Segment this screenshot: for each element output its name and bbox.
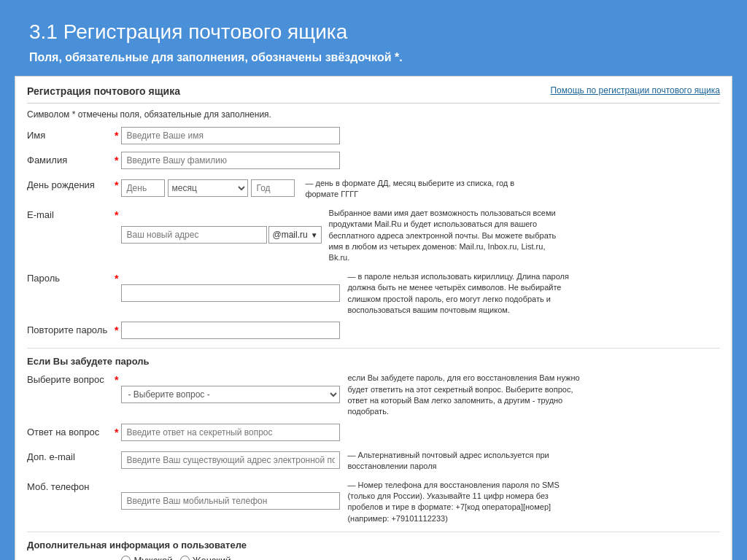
surname-input[interactable]	[121, 152, 340, 169]
form-note: Символом * отмечены поля, обязательные д…	[27, 109, 720, 120]
password-hint: — в пароле нельзя использовать кириллицу…	[347, 270, 581, 316]
registration-form: Регистрация почтового ящика Помощь по ре…	[15, 76, 732, 560]
password-label: Пароль	[27, 270, 115, 284]
email-row: E-mail * @mail.ru ▼ Выбранное вами имя д…	[27, 206, 720, 264]
alt-email-field: — Альтернативный почтовый адрес использу…	[121, 448, 720, 472]
password-input[interactable]	[121, 284, 340, 302]
surname-required-star: *	[115, 155, 118, 166]
password-repeat-input[interactable]	[121, 322, 340, 339]
dob-required-star: *	[115, 179, 118, 191]
alt-email-label: Доп. e-mail	[27, 448, 115, 462]
question-row: Выберите вопрос * - Выберите вопрос - ес…	[27, 371, 720, 418]
email-field: @mail.ru ▼ Выбранное вами имя дает возмо…	[121, 206, 720, 264]
section-divider-2	[27, 532, 720, 532]
name-required-star: *	[115, 130, 118, 141]
gender-female-label: Женский	[193, 555, 231, 560]
forgot-section-title: Если Вы забудете пароль	[27, 356, 720, 367]
password-required-star: *	[115, 273, 118, 284]
email-label: E-mail	[27, 206, 115, 220]
dob-day-input[interactable]	[121, 179, 165, 197]
dob-year-input[interactable]	[251, 179, 295, 197]
answer-row: Ответ на вопрос *	[27, 424, 720, 443]
name-label: Имя	[27, 127, 115, 141]
phone-hint: — Номер телефона для восстановления паро…	[347, 478, 581, 525]
answer-field	[121, 424, 720, 441]
alt-email-hint: — Альтернативный почтовый адрес использу…	[347, 448, 581, 472]
dob-hint: — день в формате ДД, месяц выберите из с…	[305, 176, 538, 201]
gender-row: Ваш пол * Мужской Женский	[27, 555, 720, 560]
phone-field: — Номер телефона для восстановления паро…	[121, 478, 720, 525]
additional-section-title: Дополнительная информация о пользователе	[27, 540, 720, 551]
alt-email-input[interactable]	[121, 451, 340, 469]
email-required-star: *	[115, 209, 118, 221]
question-field: - Выберите вопрос - если Вы забудете пар…	[121, 371, 720, 418]
gender-female-radio[interactable]	[180, 556, 190, 560]
password-row: Пароль * — в пароле нельзя использовать …	[27, 270, 720, 316]
gender-field: Мужской Женский	[121, 555, 720, 560]
surname-row: Фамилия *	[27, 152, 720, 171]
question-required-star: *	[115, 374, 118, 386]
help-link[interactable]: Помощь по регистрации почтового ящика	[550, 85, 720, 96]
section-divider-1	[27, 348, 720, 349]
password-repeat-field	[121, 322, 720, 339]
email-domain-select[interactable]: @mail.ru ▼	[268, 226, 321, 244]
dob-label: День рождения	[27, 176, 115, 190]
email-input[interactable]	[121, 226, 267, 244]
phone-row: Моб. телефон * — Номер телефона для восс…	[27, 478, 720, 525]
password-field: — в пароле нельзя использовать кириллицу…	[121, 270, 720, 316]
dob-row: День рождения * месяц ЯнварьФевральМарт …	[27, 176, 720, 201]
alt-email-row: Доп. e-mail * — Альтернативный почтовый …	[27, 448, 720, 472]
dob-field: месяц ЯнварьФевральМарт АпрельМайИюнь Ию…	[121, 176, 720, 201]
question-hint: если Вы забудете пароль, для его восстан…	[347, 371, 581, 418]
password-repeat-required-star: *	[115, 324, 118, 336]
dob-month-select[interactable]: месяц ЯнварьФевральМарт АпрельМайИюнь Ию…	[168, 179, 248, 197]
surname-field	[121, 152, 720, 169]
password-repeat-row: Повторите пароль *	[27, 322, 720, 341]
form-header: Регистрация почтового ящика Помощь по ре…	[27, 85, 720, 104]
dropdown-arrow-icon: ▼	[311, 231, 318, 239]
surname-label: Фамилия	[27, 152, 115, 166]
slide-title: 3.1 Регистрация почтового ящика	[29, 20, 718, 44]
answer-input[interactable]	[121, 424, 340, 441]
gender-male-label: Мужской	[133, 555, 172, 560]
password-repeat-label: Повторите пароль	[27, 322, 115, 335]
slide-subtitle: Поля, обязательные для заполнения, обозн…	[29, 51, 718, 64]
phone-input[interactable]	[121, 492, 340, 510]
email-hint: Выбранное вами имя дает возможность поль…	[329, 206, 562, 264]
gender-male-radio[interactable]	[121, 556, 131, 560]
question-label: Выберите вопрос	[27, 371, 115, 385]
email-domain-text: @mail.ru	[272, 230, 307, 240]
answer-label: Ответ на вопрос	[27, 424, 115, 438]
form-title: Регистрация почтового ящика	[27, 85, 180, 97]
gender-female-option[interactable]: Женский	[180, 555, 231, 560]
name-input[interactable]	[121, 127, 340, 144]
question-select[interactable]: - Выберите вопрос -	[121, 386, 340, 403]
phone-label: Моб. телефон	[27, 478, 115, 492]
gender-label: Ваш пол	[27, 555, 115, 560]
name-field	[121, 127, 720, 144]
gender-male-option[interactable]: Мужской	[121, 555, 172, 560]
answer-required-star: *	[115, 427, 118, 438]
name-row: Имя *	[27, 127, 720, 146]
